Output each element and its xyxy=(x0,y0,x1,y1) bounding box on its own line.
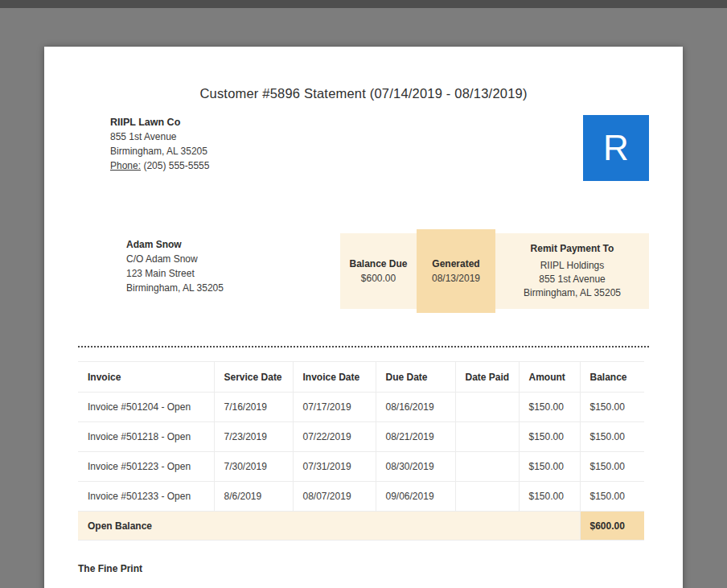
col-header-invoice-date: Invoice Date xyxy=(293,362,376,393)
cell-invoice: Invoice #501223 - Open xyxy=(78,452,214,482)
customer-city-state-zip: Birmingham, AL 35205 xyxy=(126,281,224,295)
cell-date-paid xyxy=(455,422,519,452)
cell-balance: $150.00 xyxy=(580,482,644,512)
cell-invoice: Invoice #501233 - Open xyxy=(78,482,214,512)
fine-print-title: The Fine Print xyxy=(78,563,649,574)
remit-label: Remit Payment To xyxy=(495,242,649,256)
cell-amount: $150.00 xyxy=(519,422,580,452)
col-header-invoice: Invoice xyxy=(78,362,214,393)
generated-value: 08/13/2019 xyxy=(417,273,495,284)
table-row: Invoice #501223 - Open 7/30/2019 07/31/2… xyxy=(78,452,644,482)
open-balance-label: Open Balance xyxy=(78,512,580,541)
customer-care-of: C/O Adam Snow xyxy=(126,252,224,266)
cell-balance: $150.00 xyxy=(580,393,644,422)
customer-street: 123 Main Street xyxy=(126,266,224,281)
open-balance-row: Open Balance $600.00 xyxy=(78,512,644,541)
cell-service-date: 7/16/2019 xyxy=(214,393,293,422)
company-address-line2: Birmingham, AL 35205 xyxy=(110,144,209,158)
table-row: Invoice #501218 - Open 7/23/2019 07/22/2… xyxy=(78,422,644,452)
cell-amount: $150.00 xyxy=(519,452,580,482)
summary-boxes: Balance Due $600.00 Generated 08/13/2019… xyxy=(340,229,649,313)
cell-service-date: 7/30/2019 xyxy=(214,452,293,482)
cell-invoice-date: 07/22/2019 xyxy=(293,422,376,452)
dotted-divider xyxy=(78,346,649,347)
cell-date-paid xyxy=(455,482,519,512)
page-title: Customer #5896 Statement (07/14/2019 - 0… xyxy=(78,86,649,101)
col-header-balance: Balance xyxy=(580,362,644,393)
balance-due-label: Balance Due xyxy=(340,258,417,269)
cell-invoice-date: 07/17/2019 xyxy=(293,393,376,422)
remit-address-line2: Birmingham, AL 35205 xyxy=(495,286,649,300)
cell-date-paid xyxy=(455,452,519,482)
col-header-service-date: Service Date xyxy=(214,362,293,393)
col-header-amount: Amount xyxy=(519,362,580,393)
viewer-top-bar xyxy=(0,0,727,8)
cell-invoice-date: 07/31/2019 xyxy=(293,452,376,482)
company-logo: R xyxy=(583,115,649,181)
customer-address-block: Adam Snow C/O Adam Snow 123 Main Street … xyxy=(126,229,224,313)
cell-date-paid xyxy=(455,393,519,422)
remit-payment-box: Remit Payment To RIIPL Holdings 855 1st … xyxy=(495,233,649,309)
phone-label: Phone: xyxy=(110,160,141,171)
company-address-line1: 855 1st Avenue xyxy=(110,130,209,144)
customer-name: Adam Snow xyxy=(126,237,224,252)
table-row: Invoice #501204 - Open 7/16/2019 07/17/2… xyxy=(78,393,644,422)
cell-balance: $150.00 xyxy=(580,452,644,482)
cell-amount: $150.00 xyxy=(519,482,580,512)
cell-invoice-date: 08/07/2019 xyxy=(293,482,376,512)
generated-box: Generated 08/13/2019 xyxy=(417,229,495,313)
cell-service-date: 7/23/2019 xyxy=(214,422,293,452)
company-address-block: RIIPL Lawn Co 855 1st Avenue Birmingham,… xyxy=(110,115,209,173)
cell-service-date: 8/6/2019 xyxy=(214,482,293,512)
table-row: Invoice #501233 - Open 8/6/2019 08/07/20… xyxy=(78,482,644,512)
logo-letter: R xyxy=(603,128,629,168)
balance-due-value: $600.00 xyxy=(340,273,417,284)
col-header-date-paid: Date Paid xyxy=(455,362,519,393)
balance-due-box: Balance Due $600.00 xyxy=(340,233,417,309)
table-header-row: Invoice Service Date Invoice Date Due Da… xyxy=(78,362,644,393)
company-header-row: RIIPL Lawn Co 855 1st Avenue Birmingham,… xyxy=(78,115,649,181)
cell-balance: $150.00 xyxy=(580,422,644,452)
statement-page: Customer #5896 Statement (07/14/2019 - 0… xyxy=(44,47,683,588)
company-name: RIIPL Lawn Co xyxy=(110,115,209,130)
open-balance-value: $600.00 xyxy=(580,512,644,541)
remit-name: RIIPL Holdings xyxy=(495,259,649,273)
cell-invoice: Invoice #501218 - Open xyxy=(78,422,214,452)
cell-due-date: 08/16/2019 xyxy=(376,393,455,422)
cell-due-date: 09/06/2019 xyxy=(376,482,455,512)
customer-summary-row: Adam Snow C/O Adam Snow 123 Main Street … xyxy=(78,229,649,313)
cell-invoice: Invoice #501204 - Open xyxy=(78,393,214,422)
cell-amount: $150.00 xyxy=(519,393,580,422)
cell-due-date: 08/30/2019 xyxy=(376,452,455,482)
remit-address-line1: 855 1st Avenue xyxy=(495,273,649,286)
company-phone: Phone: (205) 555-5555 xyxy=(110,158,209,173)
generated-label: Generated xyxy=(417,258,495,269)
col-header-due-date: Due Date xyxy=(376,362,455,393)
invoice-table: Invoice Service Date Invoice Date Due Da… xyxy=(78,361,644,541)
fine-print-section: The Fine Print Thank you for your busine… xyxy=(78,563,649,588)
cell-due-date: 08/21/2019 xyxy=(376,422,455,452)
phone-number: (205) 555-5555 xyxy=(143,160,209,171)
